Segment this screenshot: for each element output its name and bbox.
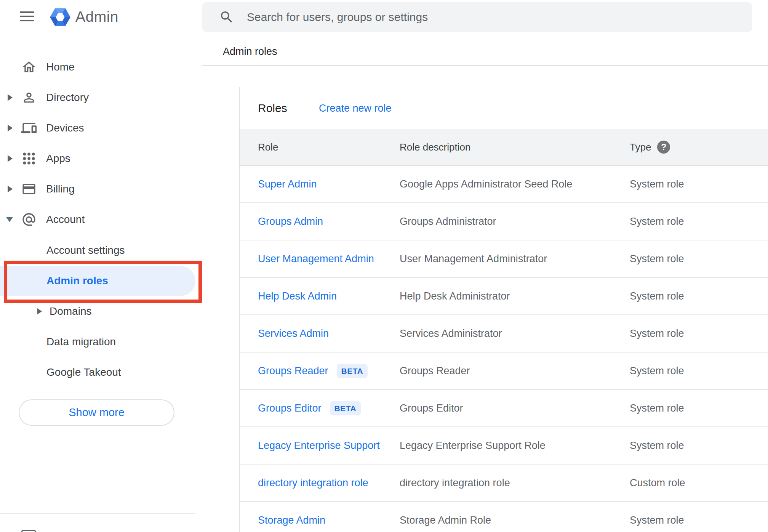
sidebar-item-account[interactable]: Account <box>0 204 202 235</box>
sidebar-item-apps[interactable]: Apps <box>0 143 202 174</box>
role-link[interactable]: Legacy Enterprise Support <box>258 440 380 452</box>
table-row: User Management Admin User Management Ad… <box>240 240 768 278</box>
role-type: System role <box>630 440 684 452</box>
beta-badge: BETA <box>330 401 361 415</box>
admin-console-page: Admin Search for users, groups or settin… <box>0 0 768 532</box>
sidebar-divider <box>0 513 195 514</box>
role-description: Storage Admin Role <box>400 514 491 526</box>
sidebar-item-data-migration[interactable]: Data migration <box>0 327 202 357</box>
role-type: System role <box>630 216 684 228</box>
table-row: Services Admin Services Administrator Sy… <box>240 315 768 353</box>
role-description: Services Administrator <box>400 328 502 339</box>
role-description: directory integration role <box>400 477 510 489</box>
sidebar-item-label: Admin roles <box>46 275 108 287</box>
search-input[interactable]: Search for users, groups or settings <box>202 2 752 32</box>
roles-card-header: Roles Create new role <box>240 87 768 129</box>
breadcrumb: Admin roles <box>223 46 277 58</box>
show-more-label: Show more <box>69 406 125 419</box>
table-row: Groups Editor BETA Groups Editor System … <box>240 390 768 427</box>
admin-logo-icon <box>49 6 71 28</box>
sidebar-item-home[interactable]: Home <box>0 52 202 82</box>
table-row: Storage Admin Storage Admin Role System … <box>240 502 768 532</box>
devices-icon <box>21 120 37 136</box>
sidebar-item-label: Domains <box>50 305 91 317</box>
sidebar-item-label: Home <box>46 61 75 73</box>
person-icon <box>21 90 37 105</box>
role-link[interactable]: directory integration role <box>258 477 368 489</box>
sidebar-item-google-takeout[interactable]: Google Takeout <box>0 357 202 388</box>
role-link[interactable]: Storage Admin <box>258 514 325 526</box>
role-description: Legacy Enterprise Support Role <box>400 440 546 451</box>
roles-card: Roles Create new role Role Role descript… <box>239 87 768 532</box>
help-icon[interactable]: ? <box>657 141 670 154</box>
table-row: Help Desk Admin Help Desk Administrator … <box>240 278 768 315</box>
role-description: Google Apps Administrator Seed Role <box>400 178 572 190</box>
role-description: Help Desk Administrator <box>400 290 510 302</box>
column-header-type: Type <box>630 141 651 153</box>
clipped-bottom-icon <box>21 530 36 532</box>
card-title: Roles <box>258 102 287 115</box>
sidebar-item-label: Account settings <box>46 244 125 256</box>
role-link[interactable]: Help Desk Admin <box>258 290 337 302</box>
chevron-right-icon <box>8 94 13 101</box>
role-description: Groups Administrator <box>400 216 496 227</box>
chevron-right-icon <box>8 155 13 162</box>
role-link[interactable]: Groups Admin <box>258 216 323 228</box>
role-link[interactable]: Super Admin <box>258 178 317 190</box>
chevron-right-icon <box>8 186 13 192</box>
billing-card-icon <box>21 181 37 197</box>
apps-grid-icon <box>21 151 37 166</box>
sidebar-item-label: Google Takeout <box>46 366 121 378</box>
role-description: Groups Reader <box>400 365 470 377</box>
sidebar-item-label: Directory <box>46 91 89 104</box>
role-type: Custom role <box>630 477 685 489</box>
role-type: System role <box>630 178 684 190</box>
table-row: Groups Admin Groups Administrator System… <box>240 203 768 240</box>
table-row: Legacy Enterprise Support Legacy Enterpr… <box>240 427 768 465</box>
role-type: System role <box>630 402 684 414</box>
role-type: System role <box>630 328 684 340</box>
column-header-role: Role <box>258 141 278 153</box>
sidebar-item-label: Account <box>46 213 85 226</box>
sidebar-item-billing[interactable]: Billing <box>0 174 202 204</box>
product-name: Admin <box>75 8 118 25</box>
role-type: System role <box>630 365 684 377</box>
show-more-button[interactable]: Show more <box>19 399 174 426</box>
table-row: Groups Reader BETA Groups Reader System … <box>240 353 768 390</box>
role-type: System role <box>630 290 684 302</box>
chevron-down-icon <box>6 217 13 222</box>
sidebar-item-label: Data migration <box>46 336 116 348</box>
column-header-description: Role description <box>400 141 470 153</box>
hamburger-menu-icon[interactable] <box>20 11 34 21</box>
sidebar-item-admin-roles[interactable]: Admin roles <box>0 266 202 296</box>
table-header-row: Role Role description Type ? <box>240 129 768 166</box>
sidebar-item-label: Apps <box>46 152 70 165</box>
sidebar-item-devices[interactable]: Devices <box>0 113 202 143</box>
header-divider <box>202 65 768 66</box>
home-icon <box>21 59 37 75</box>
sidebar-item-account-settings[interactable]: Account settings <box>0 235 202 266</box>
beta-badge: BETA <box>337 364 368 378</box>
table-row: directory integration role directory int… <box>240 465 768 502</box>
role-link[interactable]: Groups Editor <box>258 402 322 414</box>
at-sign-icon <box>21 212 37 227</box>
chevron-right-icon <box>8 125 13 131</box>
role-description: User Management Administrator <box>400 253 547 264</box>
create-new-role-link[interactable]: Create new role <box>319 103 392 114</box>
role-link[interactable]: User Management Admin <box>258 253 374 265</box>
sidebar-item-domains[interactable]: Domains <box>0 296 202 327</box>
search-placeholder: Search for users, groups or settings <box>247 11 428 24</box>
sidebar-item-label: Devices <box>46 122 84 134</box>
role-type: System role <box>630 514 684 526</box>
search-icon <box>219 10 234 25</box>
role-description: Groups Editor <box>400 402 463 414</box>
role-link[interactable]: Groups Reader <box>258 365 328 377</box>
role-link[interactable]: Services Admin <box>258 328 329 340</box>
table-row: Super Admin Google Apps Administrator Se… <box>240 166 768 203</box>
sidebar-item-label: Billing <box>46 183 75 195</box>
chevron-right-icon <box>37 308 42 314</box>
role-type: System role <box>630 253 684 265</box>
sidebar-item-directory[interactable]: Directory <box>0 82 202 113</box>
